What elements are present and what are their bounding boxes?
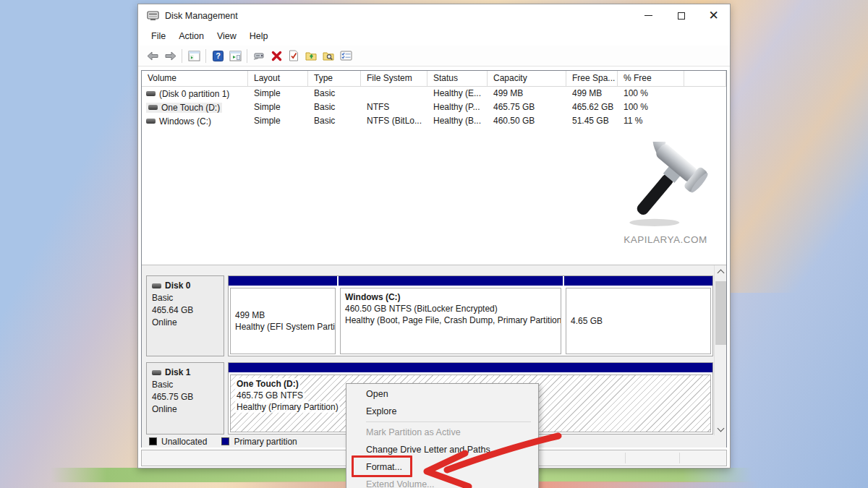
partition-size: 4.65 GB — [571, 315, 706, 327]
chevron-up-icon — [718, 270, 725, 277]
watermark-text: KAPILARYA.COM — [611, 234, 720, 245]
chevron-down-icon — [718, 425, 725, 432]
export-folder-button[interactable] — [302, 47, 320, 64]
volume-row-one-touch[interactable]: One Touch (D:) Simple Basic NTFS Healthy… — [142, 100, 726, 114]
column-header-volume[interactable]: Volume — [142, 71, 248, 86]
cell-status: Healthy (P... — [427, 100, 488, 114]
delete-x-icon — [271, 51, 282, 61]
toolbar-separator — [182, 49, 182, 63]
column-header-free-space[interactable]: Free Spa... — [566, 71, 618, 86]
cell-type: Basic — [308, 114, 361, 128]
column-header-layout[interactable]: Layout — [248, 71, 308, 86]
context-menu-open[interactable]: Open — [346, 385, 538, 403]
context-menu-explore[interactable]: Explore — [346, 403, 538, 420]
menu-bar: File Action View Help — [138, 27, 730, 46]
cell-free-space: 51.45 GB — [566, 114, 618, 128]
maximize-button[interactable] — [665, 4, 697, 27]
check-document-button[interactable] — [285, 47, 302, 64]
menu-action[interactable]: Action — [172, 27, 210, 46]
column-header-type[interactable]: Type — [308, 71, 361, 86]
menu-view[interactable]: View — [210, 27, 243, 46]
cell-pct-free: 100 % — [618, 87, 684, 100]
legend-unallocated-label: Unallocated — [161, 437, 207, 447]
disk-kind: Basic — [152, 292, 218, 304]
volume-name: Windows (C:) — [159, 116, 211, 127]
back-button[interactable] — [144, 47, 161, 64]
partition-status: Healthy (Primary Partition) — [235, 401, 340, 413]
column-header-status[interactable]: Status — [427, 71, 488, 86]
delete-button[interactable] — [268, 47, 285, 64]
column-header-filler — [684, 71, 726, 86]
cell-status: Healthy (E... — [427, 87, 488, 100]
column-header-capacity[interactable]: Capacity — [488, 71, 566, 86]
remote-connection-icon — [253, 51, 265, 61]
primary-partition-swatch — [221, 437, 229, 445]
context-menu-extend-volume: Extend Volume... — [346, 476, 538, 488]
minimize-icon — [644, 15, 652, 16]
status-divider — [625, 453, 626, 463]
column-header-pct-free[interactable]: % Free — [618, 71, 684, 86]
disk0-label[interactable]: Disk 0 Basic 465.64 GB Online — [146, 275, 224, 356]
cell-pct-free: 100 % — [618, 100, 684, 114]
annotation-highlight-box — [352, 455, 412, 477]
status-divider — [679, 453, 680, 463]
disk-icon — [152, 283, 161, 288]
help-button[interactable]: ? — [209, 47, 226, 64]
scroll-down-button[interactable] — [715, 424, 727, 436]
volume-row-disk0-partition1[interactable]: (Disk 0 partition 1) Simple Basic Health… — [142, 87, 726, 100]
disk-status: Online — [152, 317, 218, 329]
context-menu-mark-partition-active: Mark Partition as Active — [346, 424, 538, 441]
disk1-label[interactable]: Disk 1 Basic 465.75 GB Online — [146, 362, 224, 435]
scroll-up-button[interactable] — [715, 265, 727, 278]
show-action-pane-icon — [229, 51, 242, 61]
volume-name: One Touch (D:) — [161, 103, 220, 113]
disk-name: Disk 0 — [165, 280, 190, 292]
cell-pct-free: 11 % — [618, 114, 684, 128]
partition-status: Healthy (Boot, Page File, Crash Dump, Pr… — [345, 314, 556, 326]
minimize-button[interactable] — [632, 4, 665, 27]
find-folder-icon — [323, 51, 335, 61]
toolbar-separator — [205, 49, 206, 63]
partition-windows-c[interactable]: Windows (C:) 460.50 GB NTFS (BitLocker E… — [339, 276, 563, 356]
properties-list-button[interactable] — [337, 47, 354, 64]
disk-size: 465.64 GB — [152, 304, 218, 317]
cell-file-system: NTFS (BitLo... — [361, 114, 427, 128]
legend-primary-label: Primary partition — [234, 437, 297, 447]
volume-icon — [146, 119, 156, 124]
context-menu-separator — [366, 421, 531, 422]
disk-status: Online — [152, 403, 218, 416]
partition-status: Healthy (EFI System Partition) — [235, 321, 331, 333]
menu-help[interactable]: Help — [243, 27, 275, 46]
volume-name: (Disk 0 partition 1) — [159, 89, 229, 99]
disk-kind: Basic — [152, 379, 218, 391]
partition-efi[interactable]: 499 MB Healthy (EFI System Partition) — [229, 276, 337, 356]
partition-recovery[interactable]: 4.65 GB — [564, 276, 712, 356]
vertical-scrollbar[interactable] — [714, 265, 726, 436]
partition-color-bar — [229, 363, 712, 372]
disk-management-app-icon — [147, 10, 159, 21]
forward-button[interactable] — [161, 47, 179, 64]
close-button[interactable]: ✕ — [697, 4, 730, 27]
cell-layout: Simple — [248, 114, 308, 128]
volume-icon — [148, 105, 158, 110]
column-header-file-system[interactable]: File System — [361, 71, 427, 86]
back-icon — [147, 51, 159, 61]
menu-file[interactable]: File — [145, 27, 172, 46]
disk-size: 465.75 GB — [152, 391, 218, 403]
cell-layout: Simple — [248, 87, 308, 100]
cell-type: Basic — [308, 100, 361, 114]
show-console-tree-button[interactable] — [185, 47, 203, 64]
show-action-pane-button[interactable] — [226, 47, 244, 64]
cell-capacity: 460.50 GB — [488, 114, 566, 128]
hammer-icon — [619, 142, 712, 230]
properties-list-icon — [340, 51, 352, 61]
cell-capacity: 465.75 GB — [488, 100, 566, 114]
disk-icon — [152, 370, 161, 375]
check-document-icon — [289, 50, 299, 61]
volume-row-windows-c[interactable]: Windows (C:) Simple Basic NTFS (BitLo...… — [142, 114, 726, 128]
find-folder-button[interactable] — [320, 47, 337, 64]
remote-connection-button[interactable] — [250, 47, 268, 64]
scrollbar-thumb[interactable] — [715, 281, 726, 345]
volume-icon — [146, 91, 156, 96]
maximize-icon — [678, 12, 685, 20]
